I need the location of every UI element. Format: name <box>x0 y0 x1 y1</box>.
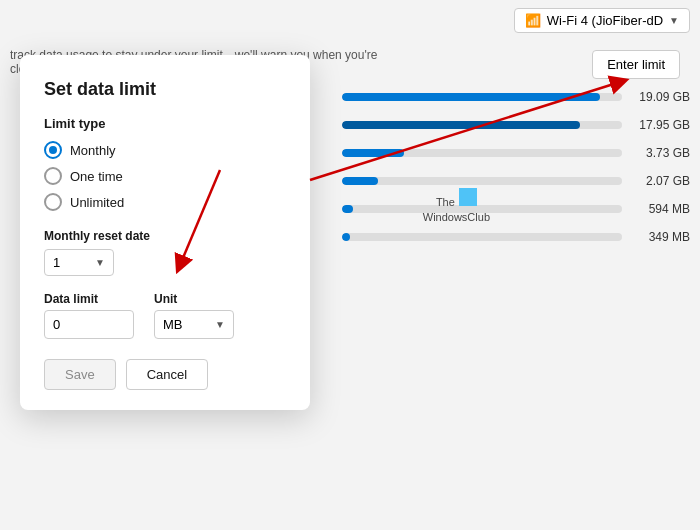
radio-one-time-label: One time <box>70 169 123 184</box>
radio-one-time[interactable]: One time <box>44 167 286 185</box>
watermark-line1: The <box>436 196 455 208</box>
reset-date-chevron-icon: ▼ <box>95 257 105 268</box>
radio-unlimited-label: Unlimited <box>70 195 124 210</box>
data-size-label: 3.73 GB <box>630 146 690 160</box>
radio-monthly-circle <box>44 141 62 159</box>
data-row: 349 MB <box>310 230 690 244</box>
data-limit-field-group: Data limit <box>44 292 134 339</box>
data-row: 594 MB <box>310 202 690 216</box>
modal-title: Set data limit <box>44 79 286 100</box>
data-limit-label: Data limit <box>44 292 134 306</box>
reset-date-label: Monthly reset date <box>44 229 286 243</box>
data-row: 3.73 GB <box>310 146 690 160</box>
wifi-label: Wi-Fi 4 (JioFiber-dD <box>547 13 663 28</box>
limit-type-radio-group: Monthly One time Unlimited <box>44 141 286 211</box>
reset-date-value: 1 <box>53 255 60 270</box>
cancel-button[interactable]: Cancel <box>126 359 208 390</box>
save-button[interactable]: Save <box>44 359 116 390</box>
data-size-label: 2.07 GB <box>630 174 690 188</box>
top-bar: 📶 Wi-Fi 4 (JioFiber-dD ▼ <box>0 0 700 40</box>
bar-fill <box>342 233 350 241</box>
bar-fill <box>342 205 353 213</box>
data-limit-section: Data limit Unit MB ▼ <box>44 292 286 339</box>
radio-monthly-label: Monthly <box>70 143 116 158</box>
data-row: 19.09 GB <box>310 90 690 104</box>
bar-fill <box>342 149 404 157</box>
radio-unlimited[interactable]: Unlimited <box>44 193 286 211</box>
watermark: The WindowsClub <box>423 188 490 226</box>
modal-footer: Save Cancel <box>44 359 286 390</box>
unit-field-group: Unit MB ▼ <box>154 292 234 339</box>
wifi-icon: 📶 <box>525 13 541 28</box>
bar-fill <box>342 177 378 185</box>
limit-type-label: Limit type <box>44 116 286 131</box>
bar-fill <box>342 121 580 129</box>
unit-select[interactable]: MB ▼ <box>154 310 234 339</box>
bar-fill <box>342 93 600 101</box>
bar-container <box>342 233 622 241</box>
watermark-icon <box>459 188 477 206</box>
unit-value: MB <box>163 317 183 332</box>
unit-chevron-icon: ▼ <box>215 319 225 330</box>
reset-date-section: Monthly reset date 1 ▼ <box>44 229 286 276</box>
chevron-down-icon: ▼ <box>669 15 679 26</box>
watermark-line2: WindowsClub <box>423 211 490 223</box>
radio-one-time-circle <box>44 167 62 185</box>
reset-date-select[interactable]: 1 ▼ <box>44 249 114 276</box>
radio-unlimited-circle <box>44 193 62 211</box>
radio-monthly[interactable]: Monthly <box>44 141 286 159</box>
wifi-selector[interactable]: 📶 Wi-Fi 4 (JioFiber-dD ▼ <box>514 8 690 33</box>
data-size-label: 19.09 GB <box>630 90 690 104</box>
data-limit-input[interactable] <box>44 310 134 339</box>
bar-container <box>342 121 622 129</box>
enter-limit-button[interactable]: Enter limit <box>592 50 680 79</box>
set-data-limit-modal: Set data limit Limit type Monthly One ti… <box>20 55 310 410</box>
data-size-label: 349 MB <box>630 230 690 244</box>
data-row: 17.95 GB <box>310 118 690 132</box>
bar-container <box>342 177 622 185</box>
data-usage-list: 19.09 GB 17.95 GB 3.73 GB 2.07 GB 594 MB <box>310 90 690 258</box>
data-size-label: 17.95 GB <box>630 118 690 132</box>
unit-label: Unit <box>154 292 234 306</box>
data-size-label: 594 MB <box>630 202 690 216</box>
bar-container <box>342 93 622 101</box>
bar-container <box>342 149 622 157</box>
data-row: 2.07 GB <box>310 174 690 188</box>
